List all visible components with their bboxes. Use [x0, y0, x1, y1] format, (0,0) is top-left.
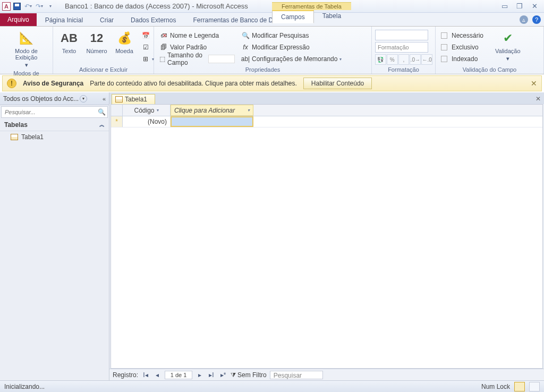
tab-external-data[interactable]: Dados Externos	[122, 14, 184, 26]
enable-content-button[interactable]: Habilitar Conteúdo	[303, 78, 372, 89]
nav-section-label: Tabelas	[4, 121, 28, 129]
column-header-add[interactable]: Clique para Adicionar▾	[171, 105, 253, 116]
nav-item-label: Tabela1	[21, 133, 44, 141]
tab-home[interactable]: Página Inicial	[37, 14, 91, 26]
collapse-nav-button[interactable]: «	[103, 96, 106, 102]
close-doc-button[interactable]: ✕	[532, 93, 544, 104]
group-formatting-label: Formatação	[375, 65, 432, 74]
search-input[interactable]	[2, 107, 96, 117]
lookup-icon: 🔍	[241, 31, 250, 40]
undo-icon: ↶	[24, 3, 30, 10]
field-size-input[interactable]	[208, 55, 235, 63]
nav-section-tables[interactable]: Tabelas ︽	[0, 119, 109, 131]
validation-button[interactable]: ✔Validação▾	[492, 29, 524, 63]
number-field-button[interactable]: 12Número	[84, 29, 109, 55]
record-search[interactable]: Pesquisar	[270, 371, 323, 379]
record-navigator: Registro: I◂ ◂ ▸ ▸I ▸* ⧩Sem Filtro Pesqu…	[109, 369, 544, 380]
navigation-pane: Todos os Objetos do Acc... ▾ « 🔍 Tabelas…	[0, 92, 109, 380]
redo-button[interactable]: ↷▾	[35, 2, 44, 11]
modify-lookups-button[interactable]: 🔍Modificar Pesquisas	[239, 30, 351, 41]
table-icon	[11, 134, 18, 140]
datasheet-icon: 📐	[18, 30, 35, 47]
group-addremove-label: Adicionar e Excluir	[56, 65, 150, 74]
app-icon: A	[2, 2, 11, 11]
record-position-input[interactable]	[165, 371, 192, 379]
nav-item-tabela1[interactable]: Tabela1	[0, 131, 109, 143]
filter-icon: ⧩	[231, 371, 236, 379]
save-icon	[13, 3, 21, 10]
more-icon: ⊞	[141, 55, 150, 63]
tab-fields[interactable]: Campos	[272, 10, 314, 23]
currency-format-icon[interactable]: 💱	[375, 54, 386, 65]
validation-icon: ✔	[499, 30, 516, 47]
search-icon[interactable]: 🔍	[96, 107, 107, 117]
status-text: Inicializando...	[4, 383, 45, 390]
row-selector-new[interactable]: *	[111, 116, 123, 127]
text-icon: AB	[61, 30, 78, 47]
workspace: Todos os Objetos do Acc... ▾ « 🔍 Tabelas…	[0, 92, 544, 380]
window-title: Banco1 : Banco de dados (Access 2007) - …	[65, 2, 248, 10]
unique-checkbox[interactable]: Exclusivo	[439, 41, 490, 53]
select-all-cell[interactable]	[111, 105, 123, 116]
column-header-codigo[interactable]: Código▾	[123, 105, 171, 116]
cell-codigo-new[interactable]: (Novo)	[123, 116, 171, 127]
qat-customize[interactable]: ▾	[46, 2, 55, 11]
close-button[interactable]: ✕	[530, 2, 539, 11]
tab-create[interactable]: Criar	[91, 14, 122, 26]
minimize-ribbon-button[interactable]: ▵	[520, 15, 528, 24]
required-checkbox[interactable]: Necessário	[439, 30, 490, 41]
modify-expression-button[interactable]: fxModificar Expressão	[239, 41, 351, 53]
number-icon: 12	[88, 30, 105, 47]
ribbon: 📐 Modo de Exibição▾ Modos de Exibição AB…	[0, 27, 544, 74]
currency-field-button[interactable]: 💰Moeda	[112, 29, 137, 55]
datasheet-view-button[interactable]	[514, 382, 525, 391]
first-record-button[interactable]: I◂	[141, 371, 150, 379]
percent-format-icon[interactable]: %	[387, 54, 398, 65]
warning-text: Parte do conteúdo ativo foi desabilitada…	[90, 80, 297, 87]
datasheet: Código▾ Clique para Adicionar▾ * (Novo)	[110, 104, 543, 369]
undo-button[interactable]: ↶▾	[23, 2, 33, 11]
format-combo[interactable]	[375, 42, 428, 53]
last-record-button[interactable]: ▸I	[207, 371, 216, 379]
tab-file[interactable]: Arquivo	[0, 13, 37, 26]
minimize-button[interactable]: ▭	[500, 2, 509, 11]
text-field-button[interactable]: ABTexto	[56, 29, 82, 55]
datatype-combo[interactable]	[375, 30, 428, 40]
document-area: Tabela1 ✕ Código▾ Clique para Adicionar▾…	[109, 92, 544, 380]
checkbox-icon	[441, 56, 447, 62]
next-record-button[interactable]: ▸	[196, 371, 204, 379]
view-mode-button[interactable]: 📐 Modo de Exibição▾	[3, 29, 49, 69]
save-button[interactable]	[12, 2, 22, 11]
help-button[interactable]: ?	[532, 15, 541, 24]
close-warning-button[interactable]: ✕	[531, 79, 537, 88]
security-warning-bar: ! Aviso de Segurança Parte do conteúdo a…	[2, 75, 542, 91]
decrease-decimals-icon[interactable]: ←.0	[421, 54, 432, 65]
collapse-section-icon[interactable]: ︽	[99, 121, 105, 129]
quick-access-toolbar: A ↶▾ ↷▾ ▾	[2, 2, 55, 11]
contextual-title: Ferramentas de Tabela	[272, 2, 351, 10]
recnav-label: Registro:	[113, 371, 138, 379]
new-record-button[interactable]: ▸*	[219, 371, 227, 379]
currency-label: Moeda	[115, 48, 133, 54]
nav-header-label: Todos os Objetos do Acc...	[3, 95, 79, 103]
name-caption-button[interactable]: 🏷Nome e Legenda	[157, 30, 237, 41]
chevron-down-icon[interactable]: ▾	[80, 95, 87, 103]
memo-icon: ab|	[241, 55, 250, 63]
design-view-button[interactable]	[529, 382, 540, 391]
column-headers: Código▾ Clique para Adicionar▾	[111, 105, 542, 116]
indexed-checkbox[interactable]: Indexado	[439, 53, 490, 65]
fx-icon: fx	[241, 43, 250, 52]
increase-decimals-icon[interactable]: .0→	[410, 54, 421, 65]
comma-format-icon[interactable]: ,	[398, 54, 410, 65]
table-icon	[115, 96, 123, 103]
tab-table[interactable]: Tabela	[314, 10, 350, 23]
cell-add-new[interactable]	[171, 116, 253, 127]
doc-tab-label: Tabela1	[125, 96, 147, 103]
restore-button[interactable]: ❐	[515, 2, 524, 11]
nav-header[interactable]: Todos os Objetos do Acc... ▾ «	[0, 92, 109, 105]
checkbox-icon	[441, 32, 447, 39]
field-size-button[interactable]: ⬚Tamanho do Campo	[157, 53, 237, 65]
prev-record-button[interactable]: ◂	[153, 371, 162, 379]
memo-settings-button[interactable]: ab|Configurações de Memorando▾	[239, 53, 351, 65]
doc-tab-tabela1[interactable]: Tabela1	[112, 94, 155, 104]
